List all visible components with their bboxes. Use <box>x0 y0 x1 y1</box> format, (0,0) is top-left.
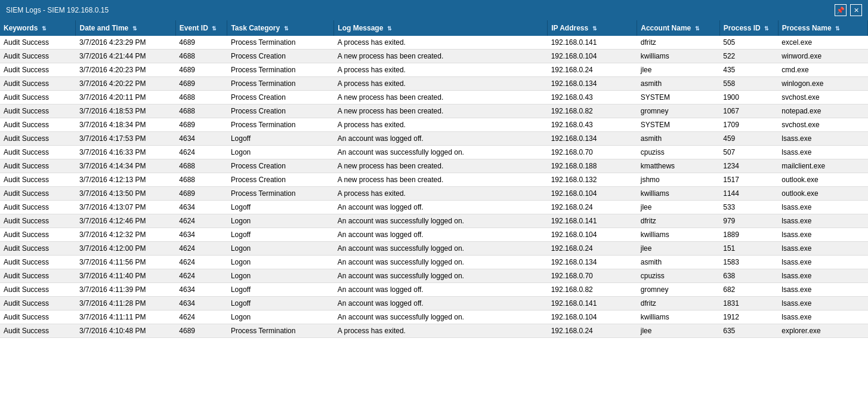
col-header-taskcategory[interactable]: Task Category ⇅ <box>227 20 334 36</box>
cell-processname: svchost.exe <box>778 91 867 105</box>
cell-eventid: 4624 <box>175 311 227 324</box>
col-header-ipaddress[interactable]: IP Address ⇅ <box>548 20 637 36</box>
table-container: Keywords ⇅ Date and Time ⇅ Event ID ⇅ Ta… <box>0 20 868 418</box>
cell-processid: 1517 <box>719 173 778 187</box>
table-row[interactable]: Audit Success3/7/2016 4:11:39 PM4634Logo… <box>0 283 868 297</box>
cell-ipaddress: 192.168.0.134 <box>548 77 637 91</box>
table-row[interactable]: Audit Success3/7/2016 4:12:13 PM4688Proc… <box>0 173 868 187</box>
cell-ipaddress: 192.168.0.82 <box>548 283 637 297</box>
col-header-eventid[interactable]: Event ID ⇅ <box>175 20 227 36</box>
cell-logmessage: A process has exited. <box>334 63 548 77</box>
cell-processid: 522 <box>719 50 778 63</box>
table-row[interactable]: Audit Success3/7/2016 4:11:28 PM4634Logo… <box>0 297 868 311</box>
cell-eventid: 4634 <box>175 201 227 214</box>
table-row[interactable]: Audit Success3/7/2016 4:17:53 PM4634Logo… <box>0 132 868 146</box>
cell-logmessage: A new process has been created. <box>334 91 548 105</box>
cell-processname: mailclient.exe <box>778 159 867 173</box>
table-row[interactable]: Audit Success3/7/2016 4:20:11 PM4688Proc… <box>0 91 868 105</box>
cell-ipaddress: 192.168.0.104 <box>548 50 637 63</box>
cell-eventid: 4624 <box>175 242 227 256</box>
table-row[interactable]: Audit Success3/7/2016 4:18:53 PM4688Proc… <box>0 105 868 118</box>
cell-ipaddress: 192.168.0.134 <box>548 132 637 146</box>
cell-ipaddress: 192.168.0.104 <box>548 187 637 201</box>
cell-accountname: kwilliams <box>637 311 720 324</box>
table-row[interactable]: Audit Success3/7/2016 4:16:33 PM4624Logo… <box>0 146 868 159</box>
cell-logmessage: An account was successfully logged on. <box>334 311 548 324</box>
cell-logmessage: An account was logged off. <box>334 297 548 311</box>
cell-eventid: 4688 <box>175 159 227 173</box>
cell-processname: notepad.exe <box>778 105 867 118</box>
cell-processname: cmd.exe <box>778 63 867 77</box>
table-row[interactable]: Audit Success3/7/2016 4:12:00 PM4624Logo… <box>0 242 868 256</box>
cell-processid: 1234 <box>719 159 778 173</box>
cell-eventid: 4624 <box>175 269 227 283</box>
cell-accountname: gromney <box>637 105 720 118</box>
col-header-processname[interactable]: Process Name ⇅ <box>778 20 867 36</box>
window-title: SIEM Logs - SIEM 192.168.0.15 <box>6 6 109 14</box>
table-header-row: Keywords ⇅ Date and Time ⇅ Event ID ⇅ Ta… <box>0 20 868 36</box>
col-header-accountname[interactable]: Account Name ⇅ <box>637 20 720 36</box>
table-row[interactable]: Audit Success3/7/2016 4:20:22 PM4689Proc… <box>0 77 868 91</box>
cell-datetime: 3/7/2016 4:18:53 PM <box>76 105 175 118</box>
cell-taskcategory: Logoff <box>227 283 334 297</box>
cell-eventid: 4689 <box>175 77 227 91</box>
cell-accountname: asmith <box>637 132 720 146</box>
table-row[interactable]: Audit Success3/7/2016 4:14:34 PM4688Proc… <box>0 159 868 173</box>
cell-processname: lsass.exe <box>778 228 867 242</box>
cell-logmessage: An account was logged off. <box>334 132 548 146</box>
table-row[interactable]: Audit Success3/7/2016 4:11:11 PM4624Logo… <box>0 311 868 324</box>
cell-processid: 459 <box>719 132 778 146</box>
cell-ipaddress: 192.168.0.188 <box>548 159 637 173</box>
cell-eventid: 4634 <box>175 132 227 146</box>
close-button[interactable]: ✕ <box>850 4 862 16</box>
cell-processid: 1144 <box>719 187 778 201</box>
cell-datetime: 3/7/2016 4:13:07 PM <box>76 201 175 214</box>
table-row[interactable]: Audit Success3/7/2016 4:20:23 PM4689Proc… <box>0 63 868 77</box>
cell-keywords: Audit Success <box>0 324 76 338</box>
cell-taskcategory: Process Termination <box>227 324 334 338</box>
cell-datetime: 3/7/2016 4:14:34 PM <box>76 159 175 173</box>
table-row[interactable]: Audit Success3/7/2016 4:10:48 PM4689Proc… <box>0 324 868 338</box>
table-row[interactable]: Audit Success3/7/2016 4:12:46 PM4624Logo… <box>0 214 868 228</box>
cell-logmessage: An account was successfully logged on. <box>334 146 548 159</box>
cell-processname: explorer.exe <box>778 324 867 338</box>
cell-ipaddress: 192.168.0.104 <box>548 311 637 324</box>
cell-taskcategory: Logoff <box>227 132 334 146</box>
col-header-logmessage[interactable]: Log Message ⇅ <box>334 20 548 36</box>
table-row[interactable]: Audit Success3/7/2016 4:11:56 PM4624Logo… <box>0 256 868 269</box>
table-row[interactable]: Audit Success3/7/2016 4:12:32 PM4634Logo… <box>0 228 868 242</box>
table-row[interactable]: Audit Success3/7/2016 4:13:50 PM4689Proc… <box>0 187 868 201</box>
cell-accountname: jlee <box>637 201 720 214</box>
cell-eventid: 4689 <box>175 187 227 201</box>
cell-accountname: cpuziss <box>637 146 720 159</box>
cell-processid: 979 <box>719 214 778 228</box>
cell-logmessage: A process has exited. <box>334 36 548 50</box>
cell-ipaddress: 192.168.0.104 <box>548 228 637 242</box>
cell-keywords: Audit Success <box>0 36 76 50</box>
cell-taskcategory: Logon <box>227 146 334 159</box>
cell-taskcategory: Process Termination <box>227 118 334 132</box>
cell-taskcategory: Logon <box>227 214 334 228</box>
col-header-keywords[interactable]: Keywords ⇅ <box>0 20 76 36</box>
cell-eventid: 4689 <box>175 36 227 50</box>
table-row[interactable]: Audit Success3/7/2016 4:13:07 PM4634Logo… <box>0 201 868 214</box>
cell-keywords: Audit Success <box>0 228 76 242</box>
cell-ipaddress: 192.168.0.141 <box>548 214 637 228</box>
cell-datetime: 3/7/2016 4:11:28 PM <box>76 297 175 311</box>
cell-datetime: 3/7/2016 4:13:50 PM <box>76 187 175 201</box>
table-row[interactable]: Audit Success3/7/2016 4:23:29 PM4689Proc… <box>0 36 868 50</box>
cell-logmessage: A new process has been created. <box>334 50 548 63</box>
cell-processid: 533 <box>719 201 778 214</box>
pin-button[interactable]: 📌 <box>835 4 847 16</box>
cell-processname: winlogon.exe <box>778 77 867 91</box>
col-header-processid[interactable]: Process ID ⇅ <box>719 20 778 36</box>
cell-eventid: 4689 <box>175 324 227 338</box>
table-row[interactable]: Audit Success3/7/2016 4:21:44 PM4688Proc… <box>0 50 868 63</box>
cell-keywords: Audit Success <box>0 173 76 187</box>
table-row[interactable]: Audit Success3/7/2016 4:18:34 PM4689Proc… <box>0 118 868 132</box>
cell-taskcategory: Process Termination <box>227 63 334 77</box>
col-header-datetime[interactable]: Date and Time ⇅ <box>76 20 175 36</box>
cell-ipaddress: 192.168.0.141 <box>548 297 637 311</box>
cell-datetime: 3/7/2016 4:12:00 PM <box>76 242 175 256</box>
table-row[interactable]: Audit Success3/7/2016 4:11:40 PM4624Logo… <box>0 269 868 283</box>
